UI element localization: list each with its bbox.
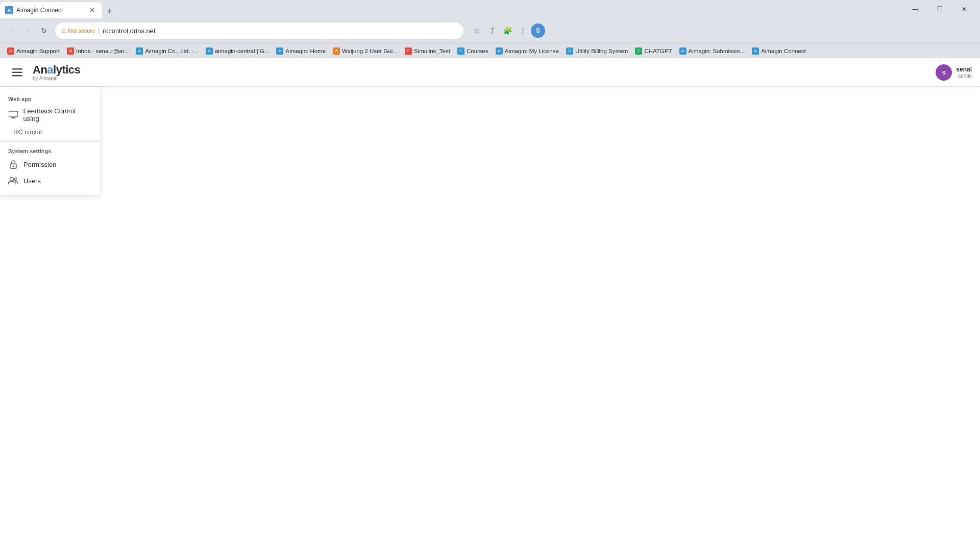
address-bar: ‹ › ↻ ⚠ Not secure | rccontrol.ddns.net …: [0, 18, 980, 43]
bookmark-label: Aimagin: My License: [505, 48, 559, 54]
feedback-label-group: Feedback Control using: [23, 107, 92, 123]
svg-rect-4: [12, 117, 15, 118]
svg-point-7: [13, 166, 14, 167]
bookmark-label: Courses: [467, 48, 488, 54]
app-header: Analytics by Aimagin s senal admin: [0, 58, 980, 87]
logo-an: An: [33, 63, 47, 76]
bookmark-star-button[interactable]: ☆: [470, 23, 484, 38]
menu-item-feedback[interactable]: Feedback Control using: [0, 104, 100, 126]
security-label: Not secure: [68, 28, 95, 34]
address-text: rccontrol.ddns.net: [103, 27, 155, 35]
app-body: Web app Feedback Control using: [0, 87, 980, 536]
settings-button[interactable]: ⋮: [516, 23, 530, 38]
bookmark-aimagin-co[interactable]: A Aimagin Co., Ltd. -...: [133, 46, 202, 56]
menu-item-permission[interactable]: Permission: [0, 156, 100, 173]
app-logo: Analytics by Aimagin: [33, 63, 80, 81]
address-box[interactable]: ⚠ Not secure | rccontrol.ddns.net: [55, 22, 463, 39]
system-settings-section-title: System settings: [0, 145, 100, 156]
feedback-icon: [8, 110, 18, 120]
tab-bar: A Aimagin Connect ✕ + — ❐ ✕: [0, 0, 980, 18]
share-button[interactable]: ⤴: [485, 23, 499, 38]
bookmark-waijung[interactable]: W Waijung 2 User Gui...: [330, 46, 401, 56]
bookmark-label: Utility Billing System: [575, 48, 628, 54]
close-button[interactable]: ✕: [952, 0, 976, 18]
app-subtitle: by Aimagin: [33, 76, 80, 81]
users-label: Users: [23, 177, 41, 185]
bookmark-icon: C: [457, 47, 464, 55]
hamburger-menu-button[interactable]: [8, 63, 27, 82]
bookmark-aimagin-central[interactable]: a aimagin-central | G...: [203, 46, 273, 56]
permission-label: Permission: [23, 161, 56, 168]
browser-profile-icon[interactable]: S: [531, 23, 545, 38]
svg-rect-2: [12, 75, 22, 77]
bookmark-submission[interactable]: A Aimagin: Submissio...: [676, 46, 748, 56]
lock-icon: [8, 159, 18, 169]
bookmark-icon: A: [679, 47, 687, 55]
back-button[interactable]: ‹: [4, 23, 18, 38]
tab-title: Aimagin Connect: [16, 7, 63, 14]
toolbar-icons: ☆ ⤴ 🧩 ⋮ S: [470, 23, 545, 38]
svg-point-9: [15, 178, 17, 181]
users-group-icon: [8, 177, 18, 185]
bookmark-icon: A: [496, 47, 503, 55]
bookmark-label: Waijung 2 User Gui...: [342, 48, 398, 54]
bookmark-icon: A: [7, 47, 14, 55]
bookmark-icon: A: [136, 47, 143, 55]
bookmark-utility-billing[interactable]: U Utility Billing System: [563, 46, 631, 56]
bookmark-aimagin-connect[interactable]: A Aimagin Connect: [749, 46, 809, 56]
bookmark-label: aimagin-central | G...: [215, 48, 270, 54]
active-tab[interactable]: A Aimagin Connect ✕: [0, 2, 102, 18]
bookmark-icon: S: [405, 47, 412, 55]
minimize-button[interactable]: —: [903, 0, 927, 18]
logo-a-accent: a: [47, 63, 53, 76]
tab-favicon-letter: A: [8, 8, 11, 13]
bookmark-label: Aimagin Support: [16, 48, 60, 54]
bookmark-icon: A: [752, 47, 759, 55]
menu-divider: [0, 141, 100, 142]
new-tab-button[interactable]: +: [102, 4, 116, 18]
refresh-button[interactable]: ↻: [37, 23, 51, 38]
menu-item-rc-circuit[interactable]: RC circuit: [0, 126, 100, 138]
tab-close-button[interactable]: ✕: [88, 6, 97, 15]
dropdown-menu: Web app Feedback Control using: [0, 87, 100, 195]
bookmark-courses[interactable]: C Courses: [454, 46, 492, 56]
svg-rect-1: [12, 71, 22, 73]
bookmark-label: CHATGPT: [644, 48, 672, 54]
user-avatar[interactable]: s: [936, 64, 952, 81]
bookmark-chatgpt[interactable]: C CHATGPT: [632, 46, 675, 56]
app-title: Analytics: [33, 63, 80, 76]
rc-circuit-label: RC circuit: [13, 128, 42, 136]
separator: |: [98, 27, 100, 34]
window-controls: — ❐ ✕: [903, 0, 980, 18]
svg-rect-3: [9, 111, 18, 117]
user-name: senal: [956, 66, 972, 73]
bookmarks-bar: A Aimagin Support M Inbox - senal.r@ai..…: [0, 43, 980, 58]
svg-rect-5: [11, 118, 16, 118]
bookmark-label: Simulink_Test: [414, 48, 450, 54]
monitor-icon: [9, 111, 18, 118]
bookmark-icon: a: [206, 47, 213, 55]
bookmark-simulink[interactable]: S Simulink_Test: [402, 46, 453, 56]
svg-rect-0: [12, 68, 22, 70]
bookmark-icon: W: [333, 47, 340, 55]
forward-button[interactable]: ›: [20, 23, 35, 38]
maximize-button[interactable]: ❐: [928, 0, 951, 18]
padlock-icon: [10, 160, 17, 169]
user-info: senal admin: [956, 66, 972, 79]
bookmark-icon: M: [67, 47, 74, 55]
bookmark-aimagin-support[interactable]: A Aimagin Support: [4, 46, 63, 56]
user-role: admin: [958, 73, 972, 79]
bookmark-icon: U: [566, 47, 573, 55]
feedback-label-line1: Feedback Control using: [23, 107, 92, 123]
app-area: Analytics by Aimagin s senal admin Web a…: [0, 58, 980, 536]
logo-lytics: lytics: [53, 63, 80, 76]
hamburger-icon: [12, 68, 22, 77]
tab-favicon: A: [5, 6, 13, 14]
bookmark-aimagin-home[interactable]: A Aimagin: Home: [273, 46, 329, 56]
extensions-button[interactable]: 🧩: [500, 23, 514, 38]
menu-item-users[interactable]: Users: [0, 173, 100, 189]
bookmark-inbox[interactable]: M Inbox - senal.r@ai...: [64, 46, 132, 56]
bookmark-my-license[interactable]: A Aimagin: My License: [493, 46, 562, 56]
bookmark-label: Aimagin Connect: [761, 48, 806, 54]
warning-icon: ⚠: [61, 28, 66, 34]
